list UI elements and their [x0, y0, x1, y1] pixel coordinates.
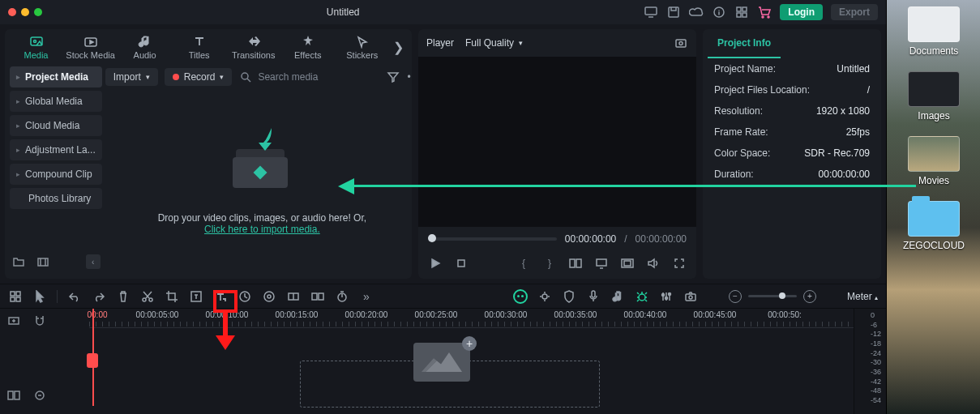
- volume-icon[interactable]: [646, 256, 661, 271]
- annotation-arrow-left-head: [338, 178, 354, 194]
- mark-in-icon[interactable]: {: [516, 256, 531, 271]
- placeholder-clip[interactable]: +: [413, 343, 470, 382]
- sidebar-item-project-media[interactable]: ▸Project Media: [10, 66, 102, 87]
- collapse-sidebar-button[interactable]: ‹: [86, 254, 101, 269]
- desktop-label: Images: [918, 110, 949, 122]
- music-note-icon[interactable]: [610, 289, 625, 304]
- safe-zone-icon[interactable]: [620, 256, 635, 271]
- sparkle-icon[interactable]: [537, 289, 552, 304]
- minimize-icon[interactable]: [21, 8, 29, 16]
- login-button[interactable]: Login: [780, 4, 823, 20]
- sidebar-item-global-media[interactable]: ▸Global Media: [10, 91, 102, 112]
- stopwatch-icon[interactable]: [335, 289, 349, 304]
- more-icon[interactable]: •••: [407, 71, 412, 83]
- play-icon[interactable]: [428, 256, 443, 271]
- zoom-in-icon[interactable]: +: [803, 290, 816, 303]
- images-icon: [908, 71, 960, 107]
- desktop-folder-movies[interactable]: Movies: [897, 136, 970, 186]
- new-bin-icon[interactable]: [36, 254, 50, 269]
- desktop-label: Movies: [918, 175, 949, 186]
- desktop-folder-zegocloud[interactable]: ZEGOCLOUD: [897, 201, 970, 251]
- sidebar-item-cloud-media[interactable]: ▸Cloud Media: [10, 115, 102, 136]
- color-icon[interactable]: [262, 289, 276, 304]
- search-input[interactable]: [258, 71, 379, 83]
- record-dropdown[interactable]: Record▾: [165, 68, 233, 86]
- scrubber-thumb[interactable]: [428, 234, 436, 242]
- cart-icon[interactable]: [757, 5, 772, 19]
- preview-canvas[interactable]: [418, 57, 696, 227]
- device-icon[interactable]: [644, 5, 658, 19]
- meter-toggle[interactable]: Meter ▴: [847, 291, 878, 302]
- snapshot-icon[interactable]: [674, 36, 688, 50]
- timeline-tracks[interactable]: +: [89, 328, 854, 401]
- mic-icon[interactable]: [586, 289, 601, 304]
- fullscreen-icon[interactable]: [34, 8, 42, 16]
- desktop-folder-documents[interactable]: Documents: [897, 6, 970, 57]
- text-tool-icon[interactable]: [189, 289, 203, 304]
- help-icon[interactable]: [712, 5, 726, 19]
- undo-icon[interactable]: [67, 289, 82, 304]
- compare-icon[interactable]: [568, 256, 583, 271]
- filter-icon[interactable]: [386, 70, 400, 84]
- bug-icon[interactable]: [635, 289, 649, 304]
- pointer-icon[interactable]: [32, 289, 47, 304]
- time-ruler[interactable]: 00:00 00:00:05:00 00:00:10:00 00:00:15:0…: [89, 309, 854, 328]
- timeline-main[interactable]: 00:00 00:00:05:00 00:00:10:00 00:00:15:0…: [89, 309, 854, 414]
- new-folder-icon[interactable]: [11, 254, 26, 269]
- zoom-slider[interactable]: [748, 295, 797, 297]
- cut-icon[interactable]: [140, 289, 155, 304]
- keyframe-icon[interactable]: [286, 289, 301, 304]
- ai-face-icon[interactable]: [513, 289, 528, 304]
- tab-audio[interactable]: Audio: [120, 34, 169, 60]
- more-tabs-chevron-icon[interactable]: ❯: [392, 40, 405, 55]
- quality-selector[interactable]: Full Quality▾: [465, 37, 523, 49]
- tab-transitions[interactable]: Transitions: [229, 34, 278, 60]
- crop-icon[interactable]: [165, 289, 179, 304]
- export-button[interactable]: Export: [831, 4, 878, 20]
- desktop-folder-images[interactable]: Images: [897, 71, 970, 122]
- svg-point-39: [661, 293, 664, 296]
- svg-rect-18: [576, 259, 581, 267]
- cloud-icon[interactable]: [689, 5, 704, 19]
- display-icon[interactable]: [594, 256, 609, 271]
- track-add-icon[interactable]: [6, 314, 21, 328]
- lock-track-icon[interactable]: [32, 388, 47, 403]
- audio-meter: 0 -6 -12 -18 -24 -30 -36 -42 -48 -54: [854, 309, 886, 414]
- track-options-icon[interactable]: [6, 388, 21, 403]
- close-icon[interactable]: [8, 8, 16, 16]
- zoom-out-icon[interactable]: −: [729, 290, 742, 303]
- stop-icon[interactable]: [454, 256, 469, 271]
- redo-icon[interactable]: [92, 289, 106, 304]
- project-info-tab[interactable]: Project Info: [708, 29, 781, 58]
- stock-icon: [83, 34, 98, 49]
- sidebar-item-photos-library[interactable]: Photos Library: [10, 188, 102, 209]
- tab-media[interactable]: Media: [11, 34, 61, 60]
- zoom-thumb[interactable]: [779, 292, 785, 299]
- mixer-icon[interactable]: [659, 289, 674, 304]
- camera-icon[interactable]: [683, 289, 698, 304]
- render-icon[interactable]: [310, 289, 325, 304]
- media-sidebar: ▸Project Media ▸Global Media ▸Cloud Medi…: [10, 66, 102, 274]
- apps-icon[interactable]: [734, 5, 749, 19]
- magnet-icon[interactable]: [32, 314, 47, 328]
- media-dropzone[interactable]: Drop your video clips, images, or audio …: [102, 92, 412, 274]
- import-media-link[interactable]: Click here to import media.: [204, 224, 320, 235]
- tab-effects[interactable]: Effects: [283, 34, 332, 60]
- more-tools-icon[interactable]: »: [359, 289, 374, 304]
- add-clip-icon[interactable]: +: [462, 336, 477, 351]
- shield-icon[interactable]: [562, 289, 576, 304]
- chevron-right-icon: ▸: [16, 73, 20, 81]
- save-icon[interactable]: [666, 5, 681, 19]
- tab-stickers[interactable]: Stickers: [337, 34, 387, 60]
- tab-stock-media[interactable]: Stock Media: [66, 34, 115, 60]
- mark-out-icon[interactable]: }: [542, 256, 557, 271]
- fullscreen-icon[interactable]: [672, 256, 687, 271]
- delete-icon[interactable]: [116, 289, 131, 304]
- scrubber[interactable]: [428, 237, 557, 241]
- sidebar-item-compound-clip[interactable]: ▸Compound Clip: [10, 164, 102, 185]
- layout-icon[interactable]: [8, 289, 23, 304]
- sidebar-item-adjustment-layer[interactable]: ▸Adjustment La...: [10, 139, 102, 160]
- import-dropdown[interactable]: Import▾: [105, 68, 158, 86]
- tab-titles[interactable]: Titles: [174, 34, 224, 60]
- speed-icon[interactable]: [238, 289, 252, 304]
